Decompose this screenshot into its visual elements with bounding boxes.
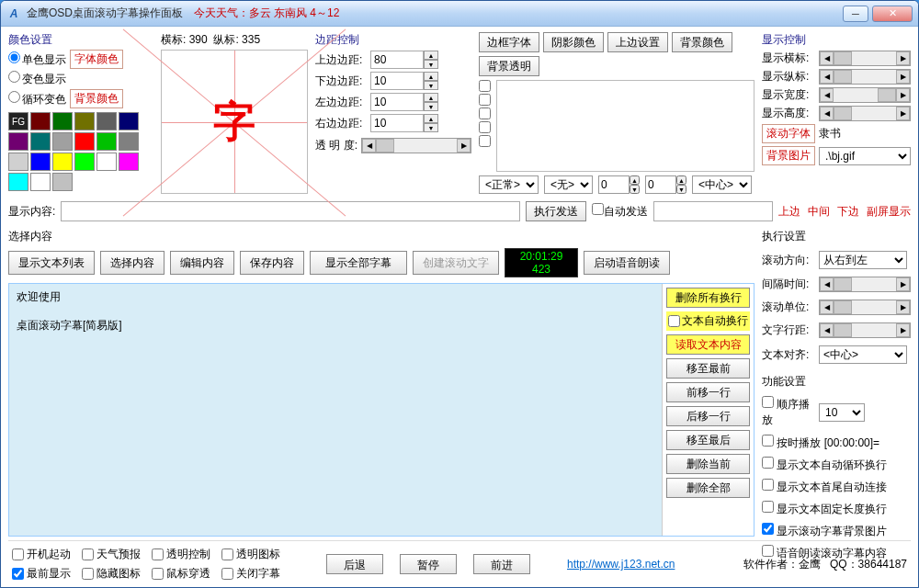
color-swatch[interactable] xyxy=(96,153,117,171)
color-swatch[interactable] xyxy=(74,112,95,130)
chk4[interactable] xyxy=(479,121,491,133)
seq-combo[interactable]: 10 xyxy=(819,403,865,422)
chk1[interactable] xyxy=(479,80,491,92)
bottom-margin-input[interactable] xyxy=(370,72,424,90)
top-setting-button[interactable]: 上边设置 xyxy=(607,32,668,52)
del-wrap-button[interactable]: 删除所有换行 xyxy=(666,288,750,308)
minimize-button[interactable]: ─ xyxy=(843,6,868,22)
show-list-button[interactable]: 显示文本列表 xyxy=(8,251,95,275)
auto-send-field[interactable] xyxy=(653,201,773,221)
bg-trans-button[interactable]: 背景透明 xyxy=(479,56,539,76)
fixed-len-check[interactable]: 显示文本固定长度换行 xyxy=(762,501,911,517)
cb-topmost[interactable]: 最前显示 xyxy=(12,566,71,582)
border-font-button[interactable]: 边框字体 xyxy=(479,32,539,52)
num2[interactable] xyxy=(645,175,676,194)
chk3[interactable] xyxy=(479,107,491,119)
seq-play-check[interactable]: 顺序播放 xyxy=(762,396,815,428)
del-all-button[interactable]: 删除全部 xyxy=(666,478,750,498)
chk2[interactable] xyxy=(479,94,491,106)
right-margin-input[interactable] xyxy=(370,114,424,132)
move-up-button[interactable]: 前移一行 xyxy=(666,382,750,402)
bg-img-combo[interactable]: .\bj.gif xyxy=(819,147,911,165)
linespace-scroll[interactable]: ◀▶ xyxy=(819,322,911,338)
auto-send-check[interactable]: 自动发送 xyxy=(592,203,648,220)
color-swatch[interactable] xyxy=(52,132,73,151)
cb-trans-icon[interactable]: 透明图标 xyxy=(221,547,280,562)
v-scroll[interactable]: ◀▶ xyxy=(819,69,911,85)
move-bottom-button[interactable]: 移至最后 xyxy=(666,430,750,450)
color-swatch[interactable] xyxy=(52,153,73,171)
close-button[interactable]: ✕ xyxy=(872,6,913,22)
exec-send-button[interactable]: 执行发送 xyxy=(526,201,586,221)
color-swatch[interactable] xyxy=(119,132,139,151)
w-scroll[interactable]: ◀▶ xyxy=(819,87,911,103)
color-swatch[interactable] xyxy=(30,153,51,171)
opacity-scroll[interactable]: ◀▶ xyxy=(361,138,471,153)
spin-up[interactable]: ▲ xyxy=(424,51,438,60)
dir-combo[interactable]: 从右到左 xyxy=(819,251,907,269)
create-scroll-button[interactable]: 创建滚动文字 xyxy=(413,251,499,275)
shadow-color-button[interactable]: 阴影颜色 xyxy=(543,32,604,52)
radio-single[interactable]: 单色显示 xyxy=(8,51,66,68)
forward-button[interactable]: 前进 xyxy=(473,554,530,574)
color-swatch[interactable] xyxy=(8,132,28,151)
show-bg-check[interactable]: 显示滚动字幕背景图片 xyxy=(762,523,911,539)
color-swatch[interactable] xyxy=(8,173,28,191)
check-list[interactable] xyxy=(496,80,754,172)
combo-center[interactable]: <中心> xyxy=(692,175,752,194)
scroll-font-button[interactable]: 滚动字体 xyxy=(762,124,815,143)
combo-none[interactable]: <无> xyxy=(544,175,593,194)
cb-trans-ctrl[interactable]: 透明控制 xyxy=(152,547,210,562)
bg-color-button[interactable]: 背景颜色 xyxy=(70,89,123,108)
color-swatch[interactable] xyxy=(96,112,117,130)
cb-weather[interactable]: 天气预报 xyxy=(82,547,141,562)
back-button[interactable]: 后退 xyxy=(326,554,383,574)
text-area[interactable]: 欢迎使用 桌面滚动字幕[简易版] xyxy=(9,284,662,536)
left-margin-input[interactable] xyxy=(370,93,424,111)
radio-grad[interactable]: 变色显示 xyxy=(8,71,66,87)
show-all-button[interactable]: 显示全部字幕 xyxy=(310,251,407,275)
head-tail-check[interactable]: 显示文本首尾自动连接 xyxy=(762,479,911,495)
color-swatch[interactable] xyxy=(52,173,73,191)
auto-loop-check[interactable]: 显示文本自动循环换行 xyxy=(762,457,911,473)
num1[interactable] xyxy=(598,175,630,194)
color-swatch[interactable] xyxy=(30,132,51,151)
color-swatch[interactable] xyxy=(119,112,139,130)
timed-play-check[interactable]: 按时播放 [00:00:00]= xyxy=(762,435,911,451)
read-text-button[interactable]: 读取文本内容 xyxy=(666,334,750,355)
chk5[interactable] xyxy=(479,135,491,147)
cb-hide-icon[interactable]: 隐藏图标 xyxy=(82,566,141,582)
color-swatch[interactable] xyxy=(52,112,73,130)
swatch-fg[interactable]: FG xyxy=(8,112,28,130)
combo-normal[interactable]: <正常> xyxy=(479,175,539,194)
ht-scroll[interactable]: ◀▶ xyxy=(819,106,911,121)
align-combo[interactable]: <中心> xyxy=(819,345,907,364)
unit-scroll[interactable]: ◀▶ xyxy=(819,300,911,315)
color-swatch[interactable] xyxy=(30,173,51,191)
auto-wrap-check[interactable]: 文本自动换行 xyxy=(666,311,750,331)
cb-close-sub[interactable]: 关闭字幕 xyxy=(221,566,280,582)
save-content-button[interactable]: 保存内容 xyxy=(240,251,304,275)
color-swatch[interactable] xyxy=(119,153,139,171)
h-scroll[interactable]: ◀▶ xyxy=(819,51,911,66)
edit-content-button[interactable]: 编辑内容 xyxy=(170,251,234,275)
color-swatch[interactable] xyxy=(30,112,51,130)
cb-boot[interactable]: 开机起动 xyxy=(12,547,71,562)
pause-button[interactable]: 暂停 xyxy=(400,554,457,574)
top-margin-input[interactable] xyxy=(370,51,424,69)
select-content-button[interactable]: 选择内容 xyxy=(100,251,165,275)
del-cur-button[interactable]: 删除当前 xyxy=(666,454,750,474)
spin-down[interactable]: ▼ xyxy=(424,60,438,69)
move-top-button[interactable]: 移至最前 xyxy=(666,358,750,379)
bg-img-button[interactable]: 背景图片 xyxy=(762,146,815,165)
bg-color-button2[interactable]: 背景颜色 xyxy=(672,32,732,52)
tts-button[interactable]: 启动语音朗读 xyxy=(584,251,670,275)
color-swatch[interactable] xyxy=(74,132,95,151)
cb-mouse-thru[interactable]: 鼠标穿透 xyxy=(152,566,210,582)
radio-cycle[interactable]: 循环变色 xyxy=(8,91,66,107)
color-swatch[interactable] xyxy=(8,153,28,171)
content-input[interactable] xyxy=(61,201,520,221)
color-swatch[interactable] xyxy=(96,132,117,151)
move-down-button[interactable]: 后移一行 xyxy=(666,406,750,426)
interval-scroll[interactable]: ◀▶ xyxy=(819,277,911,292)
